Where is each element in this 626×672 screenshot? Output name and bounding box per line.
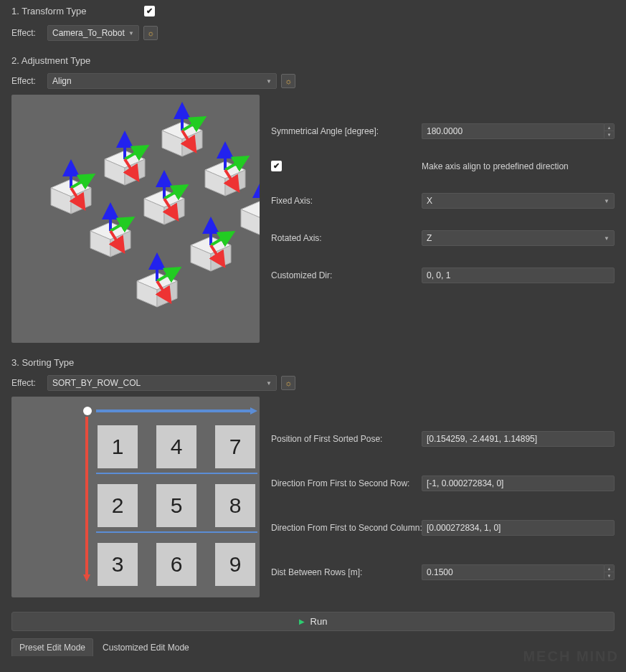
sorting-preview: 147258369	[11, 397, 260, 597]
fixed-axis-label: Fixed Axis:	[271, 196, 422, 206]
tab-preset[interactable]: Preset Edit Mode	[11, 638, 93, 656]
section2-title: 2. Adjustment Type	[11, 55, 615, 66]
spinner-down-icon[interactable]: ▼	[604, 131, 614, 138]
adjustment-form: Symmetrical Angle [degree]: 180.0000 ▲ ▼…	[271, 95, 615, 283]
sorting-form: Position of First Sorted Pose: [0.154259…	[271, 397, 615, 580]
adjust-effect-select[interactable]: Align	[47, 73, 277, 89]
pos-first-label: Position of First Sorted Pose:	[271, 434, 422, 444]
fixed-axis-select[interactable]: X	[422, 193, 615, 209]
transform-checkbox[interactable]: ✔	[144, 6, 155, 16]
run-button[interactable]: ▶ Run	[11, 612, 615, 631]
play-icon: ▶	[299, 617, 305, 625]
dir-row-input[interactable]: [-1, 0.000272834, 0]	[422, 475, 615, 491]
sort-cell: 9	[215, 543, 255, 586]
section3-title: 3. Sorting Type	[11, 357, 615, 368]
transform-effect-select[interactable]: Camera_To_Robot	[47, 25, 139, 41]
sort-cell: 1	[98, 425, 138, 468]
spinner-down-icon[interactable]: ▼	[604, 572, 614, 579]
custom-dir-label: Customized Dir:	[271, 270, 422, 280]
effect-label-3: Effect:	[11, 378, 43, 388]
sort-cell: 6	[156, 543, 196, 586]
sym-angle-label: Symmetrical Angle [degree]:	[271, 126, 422, 136]
custom-dir-input[interactable]: 0, 0, 1	[422, 268, 615, 283]
make-axis-checkbox[interactable]: ✔	[271, 161, 282, 171]
dir-col-input[interactable]: [0.000272834, 1, 0]	[422, 520, 615, 536]
spinner-up-icon[interactable]: ▲	[604, 124, 614, 131]
spinner-up-icon[interactable]: ▲	[604, 565, 614, 572]
svg-marker-31	[250, 407, 257, 415]
dist-label: Dist Between Rows [m]:	[271, 567, 422, 577]
sorting-type-section: 3. Sorting Type Effect: SORT_BY_ROW_COL …	[11, 357, 615, 597]
dist-spinner[interactable]: 0.1500 ▲ ▼	[422, 564, 615, 580]
gear-icon[interactable]: ☼	[281, 376, 295, 390]
sort-cell: 7	[215, 425, 255, 468]
section1-title: 1. Transform Type	[11, 6, 144, 16]
dir-col-label: Direction From First to Second Column:	[271, 523, 422, 533]
sort-effect-select[interactable]: SORT_BY_ROW_COL	[47, 375, 277, 391]
sort-cell: 2	[98, 484, 138, 527]
row-arrow-icon	[96, 407, 257, 415]
tab-custom[interactable]: Customized Edit Mode	[95, 638, 197, 656]
dir-row-label: Direction From First to Second Row:	[271, 478, 422, 488]
sort-cell: 8	[215, 484, 255, 527]
edit-mode-tabs: Preset Edit Mode Customized Edit Mode	[11, 638, 615, 656]
rotated-axis-label: Rotated Axis:	[271, 233, 422, 243]
adjustment-preview	[11, 95, 260, 343]
effect-label-2: Effect:	[11, 76, 43, 86]
pos-first-input[interactable]: [0.154259, -2.4491, 1.14895]	[422, 431, 615, 447]
col-arrow-icon	[83, 417, 90, 582]
sym-angle-spinner[interactable]: 180.0000 ▲ ▼	[422, 123, 615, 139]
svg-marker-33	[83, 574, 90, 582]
sort-cell: 5	[156, 484, 196, 527]
effect-label-1: Effect:	[11, 28, 43, 38]
rotated-axis-select[interactable]: Z	[422, 230, 615, 246]
run-label: Run	[310, 616, 328, 627]
start-dot-icon	[83, 407, 92, 415]
adjustment-type-section: 2. Adjustment Type Effect: Align ☼	[11, 55, 615, 343]
make-axis-label: Make axis align to predefined direction	[422, 161, 569, 171]
sort-cell: 3	[98, 543, 138, 586]
sort-cell: 4	[156, 425, 196, 468]
gear-icon[interactable]: ☼	[281, 74, 295, 88]
transform-type-section: 1. Transform Type ✔ Effect: Camera_To_Ro…	[11, 6, 615, 41]
gear-icon[interactable]: ☼	[143, 26, 158, 40]
